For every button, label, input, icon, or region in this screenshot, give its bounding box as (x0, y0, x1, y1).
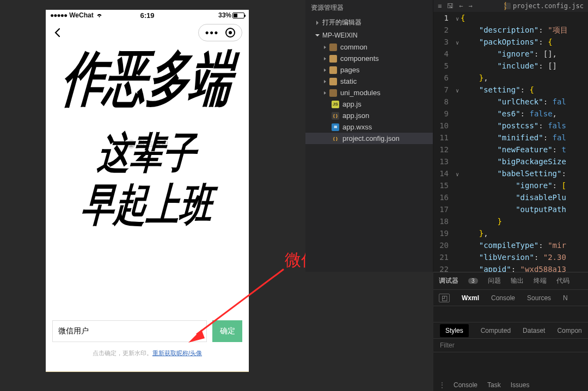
clock: 6:19 (46, 11, 249, 20)
file-app-json[interactable]: { }app.json (305, 110, 433, 121)
styles-filter[interactable]: Filter (433, 339, 588, 352)
footer-task[interactable]: Task (487, 381, 501, 389)
chevron-right-icon (324, 91, 326, 95)
confirm-button[interactable]: 确定 (212, 320, 242, 342)
tab-styles[interactable]: Styles (440, 324, 469, 337)
tab-terminal[interactable]: 终端 (534, 276, 547, 286)
battery-icon (232, 13, 244, 18)
devtools-panel: 调试器 3 问题 输出 终端 代码 ◰ Wxml Console Sources… (433, 272, 588, 391)
json-file-icon: { } (332, 112, 339, 120)
brush-line-1: 作恶多端 (42, 40, 253, 120)
canvas-area: 作恶多端 微信用户 这辈子 早起上班 (46, 45, 249, 297)
explorer-title: 资源管理器 (305, 0, 433, 16)
hint-prefix: 点击确定，更新水印。 (93, 350, 152, 356)
nickname-input[interactable] (52, 320, 207, 342)
back-button[interactable] (52, 27, 63, 38)
folder-common[interactable]: common (305, 41, 433, 53)
devtools-styles-tabs: Styles Computed Dataset Compon (433, 322, 588, 339)
json-file-icon: { } (332, 135, 339, 142)
chevron-right-icon (324, 69, 326, 72)
folder-uni-modules[interactable]: uni_modules (305, 87, 433, 98)
bottom-bar: 确定 点击确定，更新水印。重新获取昵称/头像 (46, 320, 249, 357)
tab-more[interactable]: N (563, 294, 568, 302)
devtools-inspector-tabs: ◰ Wxml Console Sources N (433, 290, 588, 306)
folder-pages[interactable]: pages (305, 64, 433, 76)
label: static (340, 77, 357, 85)
mini-program-capsule: ••• (198, 24, 242, 41)
devtools-top-tabs: 调试器 3 问题 输出 终端 代码 (433, 272, 588, 290)
file-project-config[interactable]: { }project.config.json (305, 133, 433, 144)
forward-icon[interactable]: → (468, 2, 472, 10)
folder-icon (329, 78, 337, 85)
back-icon[interactable]: ← (459, 2, 463, 10)
editor-tab[interactable]: { } project.config.jsc (504, 2, 584, 10)
file-app-js[interactable]: JSapp.js (305, 98, 433, 110)
tab-dataset[interactable]: Dataset (523, 327, 545, 334)
editor-toolbar: ≡ 🖫 ← → { } project.config.jsc (433, 0, 588, 12)
save-icon[interactable]: 🖫 (447, 2, 454, 10)
file-app-wxss[interactable]: ≋app.wxss (305, 121, 433, 133)
code-editor[interactable]: ≡ 🖫 ← → { } project.config.jsc 1∨{ 2 "de… (433, 0, 588, 272)
refetch-link[interactable]: 重新获取昵称/头像 (152, 350, 202, 356)
tab-label: project.config.jsc (513, 2, 584, 10)
close-target-icon[interactable] (225, 28, 235, 38)
tab-code[interactable]: 代码 (556, 276, 569, 286)
chevron-right-icon (324, 46, 326, 49)
label: project.config.json (342, 134, 400, 142)
tab-console[interactable]: Console (491, 294, 515, 302)
chevron-right-icon (324, 80, 326, 83)
hint-text: 点击确定，更新水印。重新获取昵称/头像 (52, 349, 242, 357)
json-file-icon: { } (504, 3, 511, 9)
drag-handle-icon[interactable]: ⋮ (439, 381, 444, 389)
label: app.json (342, 111, 369, 120)
tab-problems[interactable]: 问题 (488, 276, 501, 286)
tab-output[interactable]: 输出 (511, 276, 524, 286)
tab-computed[interactable]: Computed (481, 327, 511, 334)
menu-icon[interactable]: ≡ (438, 2, 442, 10)
tab-wxml[interactable]: Wxml (462, 294, 479, 302)
code-body[interactable]: 1∨{ 2 "description": "项目 3∨ "packOptions… (433, 12, 588, 272)
chevron-right-icon (324, 57, 326, 60)
footer-issues[interactable]: Issues (511, 381, 530, 389)
element-picker-icon[interactable]: ◰ (439, 294, 450, 302)
label: components (340, 54, 379, 63)
devtools-footer: ⋮ Console Task Issues (433, 381, 588, 389)
folder-icon (329, 89, 337, 97)
tab-sources[interactable]: Sources (527, 294, 551, 302)
js-file-icon: JS (332, 101, 339, 108)
devtools-blank-row (433, 306, 588, 322)
wxss-file-icon: ≋ (332, 123, 339, 131)
label: pages (340, 66, 359, 74)
section-project[interactable]: MP-WEIXIN (305, 29, 433, 41)
phone-simulator: ●●●●● WeChat 6:19 33% ••• 作恶多端 微信用户 这辈 (46, 10, 249, 372)
folder-icon (329, 44, 337, 51)
folder-icon (329, 66, 337, 74)
folder-components[interactable]: components (305, 53, 433, 64)
tab-component[interactable]: Compon (557, 327, 581, 334)
debugger-count-badge: 3 (468, 278, 478, 284)
label: common (340, 43, 367, 51)
status-bar: ●●●●● WeChat 6:19 33% (46, 10, 249, 21)
label: app.js (342, 100, 362, 108)
brush-line-3: 早起上班 (44, 176, 252, 235)
explorer-panel: 资源管理器 打开的编辑器 MP-WEIXIN common components… (305, 0, 433, 272)
label: app.wxss (342, 123, 372, 131)
footer-console[interactable]: Console (454, 381, 477, 389)
tab-debugger[interactable]: 调试器 (439, 276, 458, 286)
brush-line-2: 这辈子 (44, 125, 252, 182)
folder-static[interactable]: static (305, 76, 433, 87)
label: uni_modules (340, 89, 381, 97)
folder-icon (329, 55, 337, 63)
section-open-editors[interactable]: 打开的编辑器 (305, 16, 433, 29)
